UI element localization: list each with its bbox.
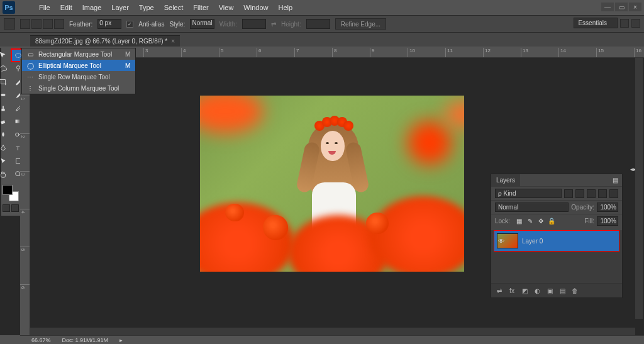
layer-name[interactable]: Layer 0 <box>522 238 543 245</box>
link-layers-icon[interactable]: ⇄ <box>495 286 504 295</box>
zoom-level[interactable]: 66.67% <box>31 337 51 343</box>
style-label: Style: <box>169 21 185 28</box>
feather-input[interactable]: 0 px <box>97 19 121 29</box>
menu-filter[interactable]: Filter <box>188 2 213 13</box>
filter-smart-icon[interactable] <box>609 189 618 198</box>
foreground-color-swatch[interactable] <box>3 185 13 195</box>
new-layer-icon[interactable]: ▤ <box>558 286 567 295</box>
add-selection-icon[interactable] <box>31 19 42 29</box>
menu-layer[interactable]: Layer <box>106 2 134 13</box>
flyout-rectangular-marquee[interactable]: ▭ Rectangular Marquee Tool M <box>22 48 135 60</box>
layer-fx-icon[interactable]: fx <box>508 286 516 295</box>
blur-tool[interactable] <box>0 128 10 141</box>
flyout-shortcut: M <box>118 62 130 69</box>
quick-mask-toggle[interactable] <box>3 204 19 212</box>
adjustment-layer-icon[interactable]: ◐ <box>533 286 541 295</box>
menu-file[interactable]: File <box>34 2 55 13</box>
tab-close-icon[interactable]: × <box>171 38 175 45</box>
lock-trans-icon[interactable]: ▦ <box>515 217 524 226</box>
flyout-single-row-marquee[interactable]: ⋯ Single Row Marquee Tool <box>22 71 135 82</box>
opacity-label: Opacity: <box>571 204 594 211</box>
selection-mode-group <box>20 19 64 29</box>
maximize-button[interactable]: ▭ <box>615 3 628 11</box>
lock-position-icon[interactable]: ✥ <box>536 217 545 226</box>
menu-type[interactable]: Type <box>134 2 159 13</box>
width-input <box>242 19 266 29</box>
style-select[interactable]: Normal <box>190 19 214 29</box>
group-icon[interactable]: ▣ <box>545 286 554 295</box>
document-tab[interactable]: 88smgZd20E.jpg @ 66.7% (Layer 0, RGB/8#)… <box>30 35 180 47</box>
lock-label: Lock: <box>495 218 510 225</box>
single-column-icon: ⋮ <box>26 84 35 92</box>
options-bar: Feather: 0 px ✓ Anti-alias Style: Normal… <box>0 15 644 33</box>
close-button[interactable]: × <box>629 3 641 11</box>
layers-tab[interactable]: Layers <box>491 174 520 186</box>
pen-tool[interactable] <box>0 141 10 154</box>
minimize-button[interactable]: — <box>601 3 614 11</box>
move-tool[interactable] <box>0 49 10 62</box>
rectangular-marquee-icon: ▭ <box>26 50 35 58</box>
flyout-elliptical-marquee[interactable]: ◯ Elliptical Marquee Tool M <box>22 60 135 71</box>
menu-view[interactable]: View <box>214 2 239 13</box>
menu-edit[interactable]: Edit <box>55 2 77 13</box>
svg-text:T: T <box>16 145 20 152</box>
opacity-input[interactable]: 100% <box>597 203 618 212</box>
vertical-scrollbar[interactable] <box>635 58 643 319</box>
healing-tool[interactable] <box>0 89 10 101</box>
lasso-tool[interactable] <box>0 62 10 75</box>
svg-rect-4 <box>3 106 4 109</box>
workspace-expand-icon[interactable] <box>631 19 640 28</box>
document-tab-label: 88smgZd20E.jpg @ 66.7% (Layer 0, RGB/8#)… <box>35 38 167 45</box>
crop-tool[interactable] <box>0 75 10 88</box>
workspace-search-icon[interactable] <box>620 19 629 28</box>
filter-adjust-icon[interactable] <box>575 189 584 198</box>
feather-label: Feather: <box>69 21 92 28</box>
filter-shape-icon[interactable] <box>598 189 607 198</box>
workspace-select[interactable]: Essentials <box>574 18 618 28</box>
horizontal-scrollbar[interactable] <box>30 328 635 335</box>
hand-tool[interactable] <box>0 168 10 180</box>
width-label: Width: <box>219 21 237 28</box>
menu-window[interactable]: Window <box>238 2 273 13</box>
single-row-icon: ⋯ <box>26 73 35 80</box>
visibility-toggle-icon[interactable]: 👁 <box>497 236 506 245</box>
filter-pixel-icon[interactable] <box>564 189 573 198</box>
menu-image[interactable]: Image <box>77 2 107 13</box>
svg-rect-5 <box>1 120 5 124</box>
svg-rect-2 <box>1 94 6 96</box>
delete-layer-icon[interactable]: 🗑 <box>570 286 579 295</box>
refine-edge-button[interactable]: Refine Edge... <box>335 18 386 30</box>
new-selection-icon[interactable] <box>20 19 30 29</box>
layers-footer: ⇄ fx ◩ ◐ ▣ ▤ 🗑 <box>491 283 622 297</box>
menu-select[interactable]: Select <box>159 2 189 13</box>
path-select-tool[interactable] <box>0 155 10 167</box>
document-tab-bar: 88smgZd20E.jpg @ 66.7% (Layer 0, RGB/8#)… <box>0 33 644 47</box>
layer-item[interactable]: 👁 Layer 0 <box>494 230 619 252</box>
panel-menu-icon[interactable]: ▤ <box>609 174 622 186</box>
lock-pixels-icon[interactable]: ✎ <box>526 217 535 226</box>
blend-mode-select[interactable]: Normal <box>495 203 569 212</box>
fill-input[interactable]: 100% <box>597 216 618 226</box>
stamp-tool[interactable] <box>0 102 10 114</box>
filter-type-icon[interactable] <box>587 189 596 198</box>
status-arrow-icon[interactable]: ▸ <box>119 337 123 343</box>
workspace-switcher: Essentials <box>574 18 640 28</box>
fill-label: Fill: <box>584 218 594 225</box>
doc-size[interactable]: Doc: 1.91M/1.91M <box>62 337 109 343</box>
svg-point-10 <box>16 172 20 176</box>
intersect-selection-icon[interactable] <box>54 19 64 29</box>
tool-preset-icon[interactable] <box>4 18 15 30</box>
menu-help[interactable]: Help <box>273 2 297 13</box>
layer-mask-icon[interactable]: ◩ <box>520 286 529 295</box>
tool-palette: T <box>1 48 20 216</box>
lock-all-icon[interactable]: 🔒 <box>547 217 556 226</box>
document-canvas[interactable] <box>200 96 464 272</box>
layer-filter-kind[interactable]: ρ Kind <box>495 189 562 198</box>
subtract-selection-icon[interactable] <box>43 19 53 29</box>
antialias-checkbox[interactable]: ✓ <box>126 21 133 28</box>
flyout-single-column-marquee[interactable]: ⋮ Single Column Marquee Tool <box>22 82 135 94</box>
color-swatches[interactable] <box>3 185 19 201</box>
menu-bar: File Edit Image Layer Type Select Filter… <box>19 2 297 13</box>
eraser-tool[interactable] <box>0 115 10 128</box>
svg-rect-3 <box>1 109 4 111</box>
